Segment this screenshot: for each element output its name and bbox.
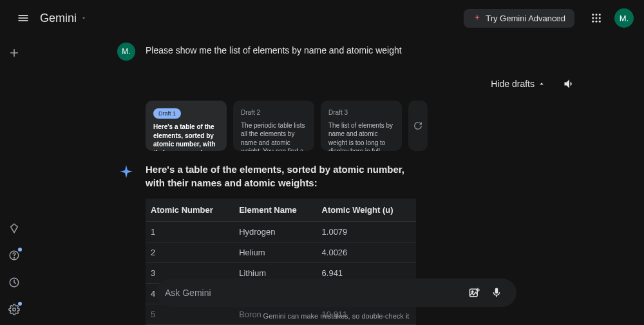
table-cell: 4.0026	[317, 242, 416, 263]
plus-icon	[8, 46, 21, 59]
svg-point-7	[596, 21, 598, 23]
draft-label: Draft 2	[241, 108, 307, 117]
header: Gemini Try Gemini Advanced M.	[0, 0, 644, 36]
svg-point-2	[599, 14, 601, 15]
activity-button[interactable]	[3, 271, 26, 294]
try-advanced-label: Try Gemini Advanced	[486, 14, 565, 23]
user-message-text: Please show me the list of elements by n…	[146, 43, 402, 55]
draft-badge: Draft 1	[153, 108, 181, 119]
table-cell: Helium	[234, 242, 316, 263]
svg-point-13	[471, 291, 473, 293]
brand-switcher[interactable]: Gemini	[40, 12, 87, 25]
table-row: 1Hydrogen1.0079	[146, 222, 416, 242]
col-atomic-weight: Atomic Weight (u)	[317, 199, 416, 222]
table-cell: 2	[146, 242, 234, 263]
table-cell: 1.0079	[317, 222, 416, 242]
hide-drafts-label: Hide drafts	[491, 79, 535, 89]
apps-button[interactable]	[583, 5, 609, 31]
hide-drafts-toggle[interactable]: Hide drafts	[491, 79, 546, 89]
sidebar	[0, 36, 28, 325]
draft-preview-text: Here's a table of the elements, sorted b…	[153, 123, 219, 151]
speaker-icon	[563, 77, 576, 90]
user-message-row: M. Please show me the list of elements b…	[117, 43, 581, 61]
gem-manager-button[interactable]	[3, 217, 26, 240]
mic-icon	[491, 287, 502, 299]
svg-point-0	[592, 14, 594, 15]
avatar-initial: M.	[620, 14, 629, 23]
drafts-bar: Hide drafts	[117, 72, 581, 95]
response-heading: Here's a table of the elements, sorted b…	[146, 162, 416, 190]
draft-card-1[interactable]: Draft 1 Here's a table of the elements, …	[146, 101, 227, 151]
prompt-input[interactable]	[165, 288, 464, 298]
refresh-icon	[413, 121, 422, 130]
svg-point-5	[599, 17, 601, 19]
draft-preview-text: The list of elements by name and atomic …	[328, 121, 394, 152]
hamburger-icon	[17, 12, 30, 25]
sparkle-icon	[473, 14, 482, 23]
gemini-icon	[117, 162, 135, 181]
disclaimer-text: Gemini can make mistakes, so double-chec…	[28, 312, 644, 320]
menu-button[interactable]	[10, 5, 36, 31]
main-content: M. Please show me the list of elements b…	[28, 36, 644, 325]
upload-image-button[interactable]	[464, 282, 486, 304]
help-button[interactable]	[3, 244, 26, 267]
prompt-input-bar	[156, 279, 516, 307]
user-message-avatar: M.	[117, 43, 135, 61]
table-cell: Hydrogen	[234, 222, 316, 242]
draft-card-3[interactable]: Draft 3 The list of elements by name and…	[321, 101, 402, 151]
col-element-name: Element Name	[234, 199, 316, 222]
history-icon	[8, 277, 20, 288]
mic-button[interactable]	[486, 282, 507, 304]
svg-point-6	[592, 21, 594, 23]
svg-point-3	[592, 17, 594, 19]
read-aloud-button[interactable]	[558, 72, 581, 95]
settings-button[interactable]	[3, 298, 26, 321]
brand-label: Gemini	[40, 12, 77, 25]
svg-point-8	[599, 21, 601, 23]
image-plus-icon	[468, 286, 481, 299]
regenerate-button[interactable]	[408, 101, 428, 151]
help-icon	[8, 250, 20, 261]
apps-grid-icon	[591, 12, 602, 24]
user-avatar[interactable]: M.	[614, 8, 634, 28]
draft-card-2[interactable]: Draft 2 The periodic table lists all the…	[233, 101, 314, 151]
svg-point-10	[14, 257, 14, 258]
col-atomic-number: Atomic Number	[146, 199, 234, 222]
caret-down-icon	[80, 15, 87, 21]
table-cell: 1	[146, 222, 234, 242]
svg-point-11	[13, 308, 16, 311]
svg-point-4	[596, 17, 598, 19]
chevron-up-icon	[537, 79, 546, 88]
new-chat-button[interactable]	[3, 41, 26, 64]
gear-icon	[8, 304, 20, 315]
try-advanced-button[interactable]: Try Gemini Advanced	[464, 9, 574, 28]
table-row: 2Helium4.0026	[146, 242, 416, 263]
diamond-icon	[8, 222, 20, 234]
draft-label: Draft 3	[328, 108, 394, 117]
svg-point-1	[596, 14, 598, 15]
draft-preview-text: The periodic table lists all the element…	[241, 121, 307, 152]
draft-cards: Draft 1 Here's a table of the elements, …	[146, 101, 581, 151]
